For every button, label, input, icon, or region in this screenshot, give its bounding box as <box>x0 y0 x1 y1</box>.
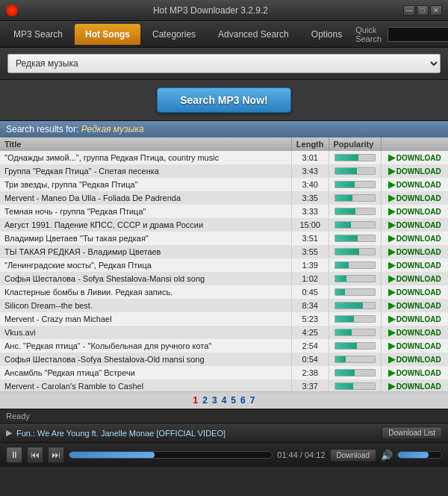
tab-hot-songs[interactable]: Hot Songs <box>75 24 140 45</box>
results-header-prefix: Search results for: <box>6 124 78 134</box>
row-download[interactable]: ▶ DOWNLOAD <box>381 232 448 245</box>
table-row: Софья Шесталова - Sofya Shestalova-Mansi… <box>0 272 448 285</box>
table-row: ТЫ ТАКАЯ РЕДКАЯ - Владимир Цветаев3:55▶ … <box>0 245 448 258</box>
prev-button[interactable]: ⏮ <box>27 447 43 463</box>
progress-bar[interactable] <box>69 451 273 459</box>
row-download[interactable]: ▶ DOWNLOAD <box>381 312 448 326</box>
col-length: Length <box>291 137 329 151</box>
quick-search-container: Quick Search 🔍 <box>355 25 448 43</box>
row-title: Анс. "Редкая птица" - "Колыбельная для р… <box>0 339 291 353</box>
window-controls: — □ ✕ <box>403 5 442 16</box>
search-button[interactable]: Search MP3 Now! <box>157 87 290 113</box>
volume-slider[interactable] <box>397 451 442 459</box>
row-popularity <box>329 339 381 353</box>
search-dropdown[interactable]: Редкая музыка <box>7 54 441 73</box>
row-title: "Ленинградские мосты", Редкая Птица <box>0 258 291 272</box>
close-button[interactable]: ✕ <box>430 5 442 16</box>
table-row: Vkus.avi4:25▶ DOWNLOAD <box>0 326 448 339</box>
results-container[interactable]: Title Length Popularity "Однажды зимой..… <box>0 137 448 391</box>
row-download[interactable]: ▶ DOWNLOAD <box>381 245 448 258</box>
row-popularity <box>329 232 381 245</box>
row-popularity <box>329 191 381 205</box>
statusbar: Ready <box>0 409 448 423</box>
pagination: 1234567 <box>0 391 448 409</box>
row-title: Софья Шесталова - Sofya Shestalova-Mansi… <box>0 272 291 285</box>
row-download[interactable]: ▶ DOWNLOAD <box>381 272 448 285</box>
time-display: 01:44 / 04:12 <box>277 450 325 459</box>
row-length: 3:40 <box>291 178 329 191</box>
row-download[interactable]: ▶ DOWNLOAD <box>381 366 448 379</box>
row-length: 3:33 <box>291 205 329 218</box>
table-row: Mervent - Carolan's Ramble to Cashel3:37… <box>0 379 448 391</box>
row-popularity <box>329 164 381 178</box>
row-download[interactable]: ▶ DOWNLOAD <box>381 164 448 178</box>
row-title: ТЫ ТАКАЯ РЕДКАЯ - Владимир Цветаев <box>0 245 291 258</box>
download-list-button[interactable]: Download List <box>382 427 442 439</box>
row-title: Темная ночь - группа "Редкая Птица" <box>0 205 291 218</box>
row-title: Vkus.avi <box>0 326 291 339</box>
row-download[interactable]: ▶ DOWNLOAD <box>381 299 448 312</box>
row-popularity <box>329 218 381 232</box>
results-table: Title Length Popularity "Однажды зимой..… <box>0 137 448 391</box>
row-length: 3:37 <box>291 379 329 391</box>
next-button[interactable]: ⏭ <box>48 447 64 463</box>
col-action <box>381 137 448 151</box>
progress-fill <box>69 452 155 458</box>
row-title: Mervent - Maneo Da Ulla - Foliada De Pad… <box>0 191 291 205</box>
row-download[interactable]: ▶ DOWNLOAD <box>381 218 448 232</box>
row-popularity <box>329 178 381 191</box>
row-popularity <box>329 151 381 164</box>
page-link[interactable]: 6 <box>238 395 248 406</box>
row-download[interactable]: ▶ DOWNLOAD <box>381 205 448 218</box>
row-download[interactable]: ▶ DOWNLOAD <box>381 258 448 272</box>
page-link[interactable]: 2 <box>200 395 210 406</box>
row-download[interactable]: ▶ DOWNLOAD <box>381 353 448 366</box>
volume-fill <box>398 452 429 458</box>
page-link[interactable]: 7 <box>248 395 258 406</box>
volume-icon: 🔊 <box>381 450 393 461</box>
navbar: MP3 Search Hot Songs Categories Advanced… <box>0 21 448 48</box>
row-download[interactable]: ▶ DOWNLOAD <box>381 285 448 299</box>
row-title: Mervent - Crazy man Michael <box>0 312 291 326</box>
row-title: Silicon Dream--the best. <box>0 299 291 312</box>
row-length: 3:43 <box>291 164 329 178</box>
row-download[interactable]: ▶ DOWNLOAD <box>381 178 448 191</box>
titlebar: Hot MP3 Downloader 3.2.9.2 — □ ✕ <box>0 0 448 21</box>
row-download[interactable]: ▶ DOWNLOAD <box>381 339 448 353</box>
status-text: Ready <box>6 412 30 421</box>
minimize-button[interactable]: — <box>403 5 415 16</box>
row-popularity <box>329 366 381 379</box>
tab-categories[interactable]: Categories <box>142 24 206 45</box>
row-title: Группа "Редкая Птица" - Спетая песенка <box>0 164 291 178</box>
row-length: 2:54 <box>291 339 329 353</box>
table-row: Август 1991. Падение КПСС, СССР и драма … <box>0 218 448 232</box>
results-header: Search results for: Редкая музыка <box>0 121 448 137</box>
tab-advanced-search[interactable]: Advanced Search <box>208 24 299 45</box>
download-button[interactable]: Download <box>330 449 376 462</box>
row-title: Владимир Цветаев "Ты такая редкая" <box>0 232 291 245</box>
row-download[interactable]: ▶ DOWNLOAD <box>381 191 448 205</box>
row-title: Ансамбль "Редкая птица" Встречи <box>0 366 291 379</box>
table-row: Владимир Цветаев "Ты такая редкая"3:51▶ … <box>0 232 448 245</box>
tab-mp3-search[interactable]: MP3 Search <box>3 24 73 45</box>
row-title: Софья Шесталова -Sofya Shestalova-Old ma… <box>0 353 291 366</box>
page-link[interactable]: 3 <box>210 395 220 406</box>
app-title: Hot MP3 Downloader 3.2.9.2 <box>18 5 403 16</box>
tab-options[interactable]: Options <box>301 24 352 45</box>
page-link[interactable]: 1 <box>191 395 201 406</box>
row-length: 3:51 <box>291 232 329 245</box>
maximize-button[interactable]: □ <box>417 5 429 16</box>
page-link[interactable]: 4 <box>220 395 229 406</box>
row-download[interactable]: ▶ DOWNLOAD <box>381 326 448 339</box>
row-popularity <box>329 272 381 285</box>
page-link[interactable]: 5 <box>228 395 238 406</box>
row-download[interactable]: ▶ DOWNLOAD <box>381 151 448 164</box>
row-download[interactable]: ▶ DOWNLOAD <box>381 379 448 391</box>
pause-button[interactable]: ⏸ <box>6 447 22 463</box>
row-length: 5:23 <box>291 312 329 326</box>
table-row: Ансамбль "Редкая птица" Встречи2:38▶ DOW… <box>0 366 448 379</box>
row-popularity <box>329 299 381 312</box>
play-icon: ▶ <box>6 428 12 438</box>
row-length: 15:00 <box>291 218 329 232</box>
quick-search-input[interactable] <box>388 27 448 42</box>
